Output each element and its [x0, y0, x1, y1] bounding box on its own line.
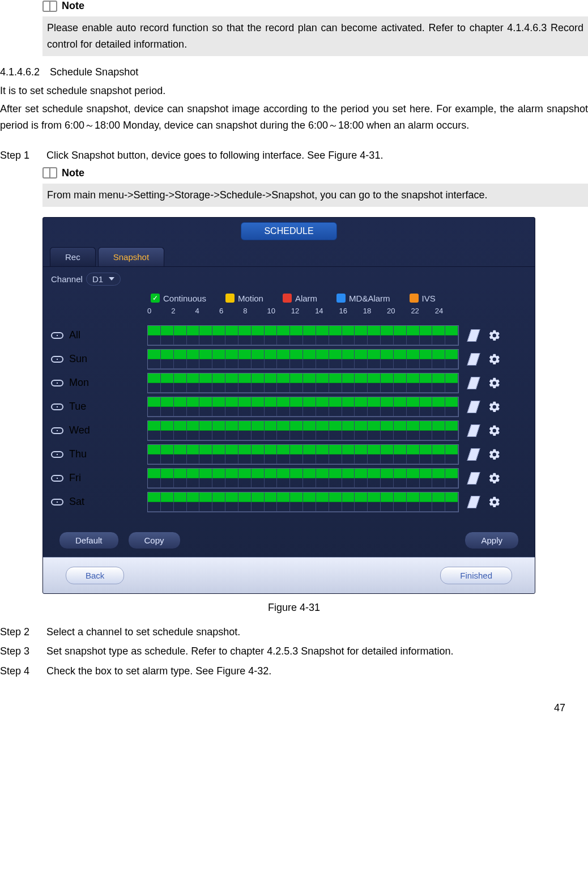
link-icon [51, 451, 63, 458]
gear-icon[interactable] [488, 472, 501, 485]
gear-icon[interactable] [488, 353, 501, 366]
day-timeline-tue[interactable] [147, 397, 459, 417]
link-icon [51, 475, 63, 482]
note-label-2: Note [62, 167, 84, 179]
day-label-sun[interactable]: Sun [51, 350, 147, 368]
day-timeline-sat[interactable] [147, 492, 459, 512]
note-label: Note [62, 0, 84, 12]
eraser-icon[interactable] [467, 329, 480, 342]
day-label-thu[interactable]: Thu [51, 445, 147, 464]
legend-ivs[interactable]: IVS [410, 294, 436, 303]
day-label-sat[interactable]: Sat [51, 492, 147, 511]
eraser-icon[interactable] [467, 472, 480, 485]
day-actions-mon [459, 377, 515, 389]
schedule-panel: SCHEDULE Rec Snapshot Channel D1 ✓ Conti… [42, 217, 535, 594]
eraser-icon[interactable] [467, 353, 480, 366]
link-icon [51, 499, 63, 505]
link-icon [51, 356, 63, 363]
gear-icon[interactable] [488, 377, 501, 389]
checkbox-ivs-icon [410, 294, 419, 303]
gear-icon[interactable] [488, 424, 501, 437]
link-icon [51, 427, 63, 434]
eraser-icon[interactable] [467, 377, 480, 389]
figure-caption: Figure 4-31 [0, 602, 588, 614]
link-icon [51, 403, 63, 410]
day-timeline-all[interactable] [147, 325, 459, 346]
step-1-label: Step 1 [0, 147, 29, 164]
eraser-icon[interactable] [467, 401, 480, 413]
legend-motion[interactable]: Motion [225, 294, 263, 303]
day-label-wed[interactable]: Wed [51, 421, 147, 440]
step-1-text: Click Snapshot button, device goes to fo… [46, 147, 383, 164]
checkbox-continuous-icon: ✓ [151, 294, 160, 303]
schedule-title: SCHEDULE [241, 222, 336, 240]
note-header: Note [42, 0, 588, 12]
step-3-text: Set snapshot type as schedule. Refer to … [46, 643, 453, 660]
tab-snapshot[interactable]: Snapshot [98, 247, 164, 266]
gear-icon[interactable] [488, 401, 501, 413]
gear-icon[interactable] [488, 448, 501, 461]
day-row-tue: Tue [51, 397, 527, 417]
channel-label: Channel [51, 274, 83, 284]
day-row-sun: Sun [51, 349, 527, 369]
day-timeline-thu[interactable] [147, 444, 459, 465]
checkbox-mdalarm-icon [336, 294, 346, 303]
default-button[interactable]: Default [59, 532, 119, 549]
eraser-icon[interactable] [467, 448, 480, 461]
checkbox-motion-icon [225, 294, 235, 303]
step-3-label: Step 3 [0, 643, 29, 660]
day-row-thu: Thu [51, 444, 527, 465]
schedule-title-bar: SCHEDULE [43, 218, 535, 240]
day-row-wed: Wed [51, 420, 527, 441]
book-icon [42, 167, 57, 179]
day-actions-wed [459, 424, 515, 437]
day-actions-sun [459, 353, 515, 366]
day-actions-thu [459, 448, 515, 461]
channel-select[interactable]: D1 [86, 273, 121, 286]
footer-bar: Back Finished [43, 557, 535, 593]
day-timeline-fri[interactable] [147, 468, 459, 488]
day-timeline-wed[interactable] [147, 420, 459, 441]
day-label-fri[interactable]: Fri [51, 469, 147, 487]
legend-row: ✓ Continuous Motion Alarm MD&Alarm IVS [43, 291, 535, 307]
page-number: 47 [0, 702, 588, 714]
button-row: Default Copy Apply [43, 520, 535, 557]
finished-button[interactable]: Finished [440, 567, 512, 584]
apply-button[interactable]: Apply [465, 532, 519, 549]
eraser-icon[interactable] [467, 424, 480, 437]
section-heading: 4.1.4.6.2 Schedule Snapshot [0, 66, 588, 78]
hours-header: 0 2 4 6 8 10 12 14 16 18 20 22 24 [147, 307, 459, 317]
back-button[interactable]: Back [66, 567, 124, 584]
step-2-label: Step 2 [0, 624, 29, 640]
tab-bar: Rec Snapshot [43, 240, 535, 267]
day-label-all[interactable]: All [51, 326, 147, 345]
day-timeline-sun[interactable] [147, 349, 459, 369]
day-timeline-mon[interactable] [147, 373, 459, 393]
day-row-fri: Fri [51, 468, 527, 488]
gear-icon[interactable] [488, 329, 501, 342]
day-actions-tue [459, 401, 515, 413]
step-2-text: Select a channel to set schedule snapsho… [46, 624, 240, 640]
legend-continuous[interactable]: ✓ Continuous [151, 294, 206, 303]
copy-button[interactable]: Copy [128, 532, 181, 549]
step-3: Step 3 Set snapshot type as schedule. Re… [0, 643, 588, 660]
day-label-tue[interactable]: Tue [51, 397, 147, 416]
gear-icon[interactable] [488, 496, 501, 508]
schedule-grid: 0 2 4 6 8 10 12 14 16 18 20 22 24 [43, 307, 535, 325]
link-icon [51, 332, 63, 339]
legend-alarm[interactable]: Alarm [283, 294, 317, 303]
step-2: Step 2 Select a channel to set schedule … [0, 624, 588, 640]
day-actions-all [459, 329, 515, 342]
section-p1: It is to set schedule snapshot period. [0, 83, 588, 99]
tab-rec[interactable]: Rec [50, 247, 96, 266]
channel-value: D1 [92, 274, 103, 284]
step-1: Step 1 Click Snapshot button, device goe… [0, 147, 588, 164]
eraser-icon[interactable] [467, 496, 480, 508]
book-icon [42, 1, 57, 12]
day-actions-sat [459, 496, 515, 508]
legend-mdalarm[interactable]: MD&Alarm [336, 294, 390, 303]
day-label-mon[interactable]: Mon [51, 373, 147, 392]
note-body-1: Please enable auto record function so th… [42, 16, 588, 56]
day-row-all: All [51, 325, 527, 346]
note-body-2: From main menu->Setting->Storage->Schedu… [42, 184, 588, 207]
